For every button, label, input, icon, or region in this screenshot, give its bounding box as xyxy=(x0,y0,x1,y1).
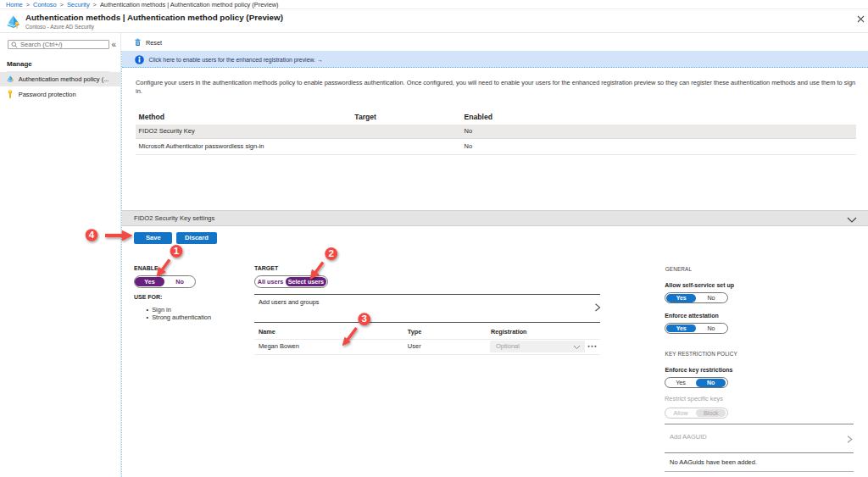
svg-text:3: 3 xyxy=(361,313,366,324)
svg-text:4: 4 xyxy=(89,230,95,240)
svg-text:1: 1 xyxy=(174,246,180,256)
svg-text:2: 2 xyxy=(328,248,333,258)
